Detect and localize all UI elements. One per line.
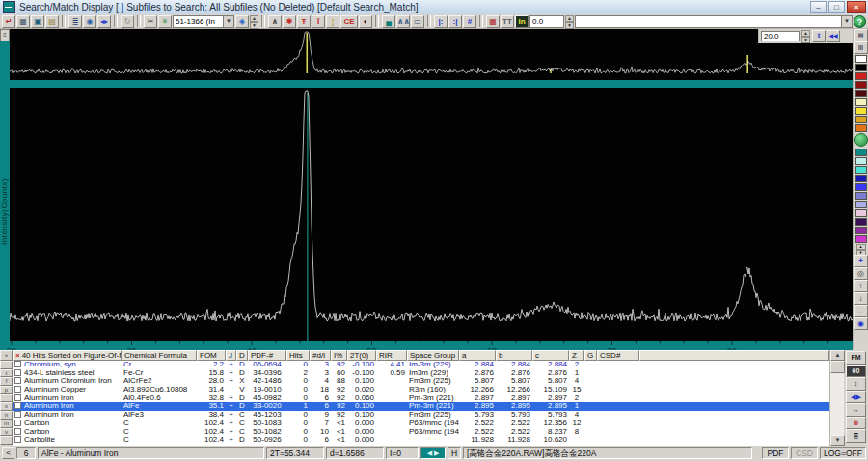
filled-peaks-icon[interactable]: ▄ (382, 15, 395, 28)
color-swatch-10[interactable] (855, 149, 867, 156)
row-handle-button[interactable]: m (0, 420, 13, 428)
pan-horizontal-icon[interactable]: ◂▸ (97, 15, 111, 28)
expand-columns-button[interactable]: ↔ (846, 403, 866, 417)
overlay-peaks-icon[interactable]: ∧∧ (396, 15, 410, 28)
phase-checkbox[interactable] (14, 402, 21, 409)
chevron-down-icon[interactable]: ▼ (841, 16, 852, 27)
table-row[interactable]: CarbonC102.4+C50-1082010<10.000P63/mmc (… (13, 428, 829, 437)
table-row[interactable]: Aluminum IronAlFe35.1+D33-002016920.100P… (13, 402, 829, 411)
csd-status[interactable]: CSD (791, 447, 818, 459)
filter-combo[interactable]: ▼ (575, 15, 853, 28)
column-header-10[interactable]: RIR (376, 350, 407, 361)
peak-marker-icon[interactable]: ¦ (326, 15, 339, 28)
color-swatch-15[interactable] (855, 192, 867, 200)
table-scrollbar[interactable]: ▲ ▼ (829, 350, 844, 446)
export-icon[interactable]: ▤ (45, 15, 59, 28)
column-header-7[interactable]: #d/I (310, 350, 331, 361)
range-lock-icon[interactable]: ⇕ (812, 30, 826, 42)
color-swatch-14[interactable] (855, 183, 867, 191)
range-indicator[interactable]: ◀ ▶ (420, 447, 446, 459)
refresh-icon[interactable]: ↻ (121, 15, 134, 28)
zoom-range-spinner[interactable]: ▲▼ (801, 30, 810, 42)
row-height-button[interactable]: ↕ (846, 377, 866, 391)
indent-left-icon[interactable]: |: (434, 15, 448, 28)
chart-menu-button[interactable]: ≡ (0, 29, 10, 41)
scale-spinner[interactable]: ▲▼ (250, 15, 258, 28)
apply-edits-icon[interactable]: ↵ (2, 15, 15, 28)
scrollbar-thumb[interactable] (830, 361, 845, 373)
color-swatch-19[interactable] (855, 227, 867, 234)
peak-label-icon[interactable]: Ŧ (297, 15, 311, 28)
column-header-15[interactable]: Z (569, 350, 584, 361)
column-header-2[interactable]: FOM (197, 350, 226, 361)
restore-button[interactable]: □ (828, 1, 845, 13)
color-swatch-1[interactable] (855, 64, 867, 71)
fan-icon[interactable]: ✳ (158, 15, 172, 28)
delete-row-button[interactable]: ⊗ (846, 417, 866, 430)
column-header-16[interactable]: G (584, 350, 597, 361)
expand-x-icon[interactable]: ↔ (854, 305, 868, 317)
color-swatch-7[interactable] (855, 116, 867, 123)
color-swatch-8[interactable] (855, 124, 867, 132)
color-swatch-0[interactable] (855, 55, 867, 63)
column-header-1[interactable]: Chemical Formula (122, 350, 197, 361)
spin-down-icon[interactable]: ▼ (250, 22, 258, 29)
offset-input[interactable] (529, 15, 564, 28)
column-header-12[interactable]: a (459, 350, 496, 361)
table-row[interactable]: Aluminum IronAl0.4Fe0.632.8+D45-09820692… (13, 394, 829, 403)
chevron-down-icon[interactable]: ▼ (223, 16, 233, 27)
column-header-14[interactable]: c (532, 350, 569, 361)
table-row[interactable]: CarboliteC102.4+D50-092606<10.00011.9281… (13, 436, 829, 445)
pdf-status[interactable]: PDF (762, 447, 789, 459)
column-header-0[interactable]: ×40 Hits Sorted on Figure-Of-M... (13, 350, 122, 361)
profile-fit-icon[interactable]: ∧ (268, 15, 282, 28)
table-row[interactable]: Aluminum Chromium IronAlCrFe228.0+X42-14… (13, 377, 829, 386)
column-header-17[interactable]: CSD# (597, 350, 639, 361)
monitor-icon[interactable]: ▦ (486, 15, 500, 28)
phase-checkbox[interactable] (14, 394, 21, 401)
collapse-button[interactable]: < (2, 447, 14, 459)
minimize-button[interactable]: – (810, 1, 827, 13)
color-swatch-20[interactable] (855, 235, 867, 243)
nav-ball-button[interactable] (854, 133, 868, 147)
color-swatch-13[interactable] (855, 175, 867, 182)
hash-icon[interactable]: # (463, 15, 476, 28)
row-handle-button[interactable] (0, 394, 13, 403)
offset-spinner[interactable]: ▲▼ (565, 15, 574, 28)
color-swatch-2[interactable] (855, 72, 867, 80)
column-header-13[interactable]: b (496, 350, 532, 361)
color-swatch-5[interactable] (855, 98, 867, 106)
color-swatch-3[interactable] (855, 81, 867, 89)
phase-checkbox[interactable] (14, 386, 21, 393)
help-button[interactable]: ? (854, 15, 866, 28)
spin-up-icon[interactable]: ▲ (801, 30, 810, 37)
column-header-6[interactable]: Hits (286, 350, 310, 361)
cut-icon[interactable]: ✂ (144, 15, 157, 28)
column-header-3[interactable]: J (226, 350, 236, 361)
row-handle-button[interactable]: t (0, 369, 13, 378)
column-header-5[interactable]: PDF-# (248, 350, 286, 361)
scale-up-icon[interactable]: ↑ (854, 280, 868, 292)
spin-down-icon[interactable]: ▼ (565, 22, 574, 29)
row-handle-button[interactable] (0, 436, 13, 445)
scroll-up-icon[interactable]: ▲ (830, 350, 845, 361)
scroll-down-icon[interactable]: ▼ (830, 435, 845, 446)
list-view-button[interactable]: ≣ (846, 429, 866, 443)
column-header-11[interactable]: Space Group (407, 350, 459, 361)
print-icon[interactable]: ▦ (16, 15, 30, 28)
fit-columns-button[interactable]: ◀▶ (846, 391, 866, 404)
zoom-window-icon[interactable]: ▭ (411, 15, 424, 28)
fom-sort-button[interactable]: FM (846, 351, 866, 365)
table-row[interactable]: 434-L stainless steelFe-Cr15.8+D34-03962… (13, 369, 829, 378)
close-button[interactable]: × (847, 1, 866, 13)
color-swatch-16[interactable] (855, 201, 867, 208)
log-status[interactable]: LOG=OFF (820, 447, 866, 459)
color-swatch-18[interactable] (855, 218, 867, 226)
main-chart[interactable] (10, 88, 853, 341)
row-handle-button[interactable]: f (0, 377, 13, 386)
pan-icon[interactable]: + (854, 255, 868, 267)
stripes-icon[interactable]: ||| (854, 41, 868, 54)
row-handle-button[interactable]: p (0, 386, 13, 394)
close-results-icon[interactable]: × (15, 351, 20, 360)
column-header-4[interactable]: D (236, 350, 248, 361)
